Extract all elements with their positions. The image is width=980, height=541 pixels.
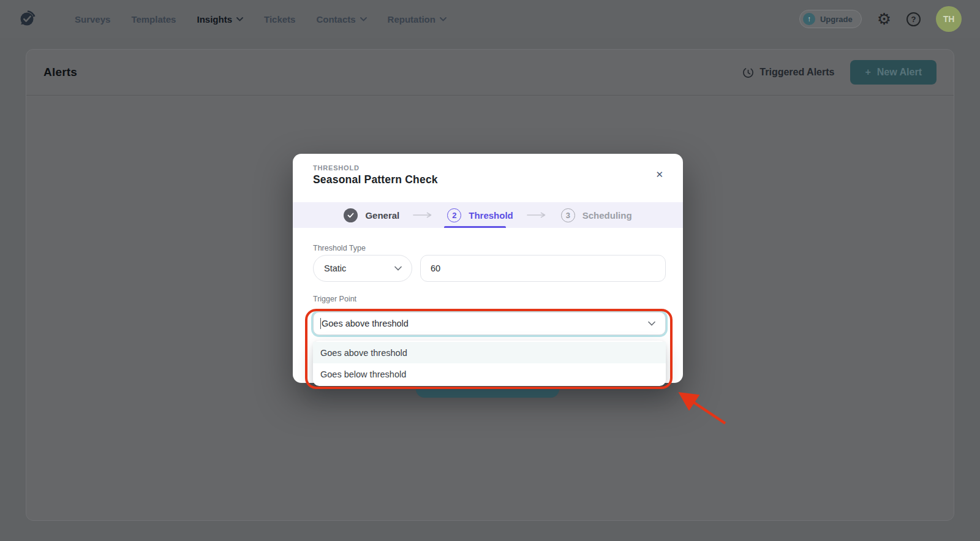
help-icon[interactable]: ? bbox=[907, 12, 921, 26]
nav-item-insights[interactable]: Insights bbox=[197, 14, 243, 25]
modal-kicker: THRESHOLD bbox=[313, 164, 360, 172]
new-alert-button[interactable]: + New Alert bbox=[850, 60, 937, 85]
nav-item-reputation[interactable]: Reputation bbox=[388, 14, 447, 25]
upgrade-arrow-icon: ↑ bbox=[803, 13, 815, 25]
chevron-down-icon bbox=[236, 17, 243, 21]
threshold-value-input[interactable] bbox=[420, 255, 666, 282]
step-general[interactable]: General bbox=[344, 208, 399, 222]
nav-item-contacts[interactable]: Contacts bbox=[316, 14, 366, 25]
modal-title: Seasonal Pattern Check bbox=[313, 173, 438, 186]
nav-item-templates[interactable]: Templates bbox=[131, 14, 176, 25]
threshold-type-select[interactable]: Static bbox=[313, 255, 412, 282]
chevron-down-icon bbox=[440, 17, 447, 21]
dropdown-option-goes-below[interactable]: Goes below threshold bbox=[313, 363, 666, 385]
alerts-panel-header: Alerts Triggered Alerts + New Alert bbox=[26, 50, 954, 96]
top-navigation: Surveys Templates Insights Tickets Conta… bbox=[0, 0, 980, 38]
app-logo-icon[interactable] bbox=[18, 9, 37, 29]
active-step-underline bbox=[444, 226, 506, 228]
chevron-down-icon bbox=[360, 17, 367, 21]
close-icon[interactable]: ✕ bbox=[655, 170, 663, 179]
history-clock-icon bbox=[742, 67, 754, 78]
triggered-alerts-button[interactable]: Triggered Alerts bbox=[742, 67, 834, 78]
nav-item-surveys[interactable]: Surveys bbox=[75, 14, 110, 25]
user-avatar[interactable]: TH bbox=[936, 6, 962, 32]
dropdown-option-goes-above[interactable]: Goes above threshold bbox=[313, 342, 666, 363]
text-caret bbox=[320, 318, 321, 329]
step-check-icon bbox=[344, 208, 358, 222]
trigger-point-select[interactable]: Goes above threshold bbox=[313, 312, 666, 335]
upgrade-button[interactable]: ↑ Upgrade bbox=[799, 10, 862, 28]
stepper-arrow-icon bbox=[413, 212, 434, 218]
settings-gear-icon[interactable]: ⚙ bbox=[877, 11, 891, 27]
nav-item-tickets[interactable]: Tickets bbox=[264, 14, 295, 25]
page-title: Alerts bbox=[43, 66, 77, 79]
chevron-down-icon bbox=[648, 321, 655, 326]
threshold-type-label: Threshold Type bbox=[313, 244, 366, 252]
step-threshold[interactable]: 2 Threshold bbox=[447, 208, 513, 222]
trigger-point-label: Trigger Point bbox=[313, 295, 356, 303]
step-scheduling[interactable]: 3 Scheduling bbox=[561, 208, 632, 222]
chevron-down-icon bbox=[394, 266, 402, 271]
plus-icon: + bbox=[865, 67, 870, 78]
modal-stepper: General 2 Threshold 3 Scheduling bbox=[293, 202, 683, 228]
stepper-arrow-icon bbox=[527, 212, 548, 218]
trigger-point-dropdown-menu: Goes above threshold Goes below threshol… bbox=[313, 341, 666, 386]
